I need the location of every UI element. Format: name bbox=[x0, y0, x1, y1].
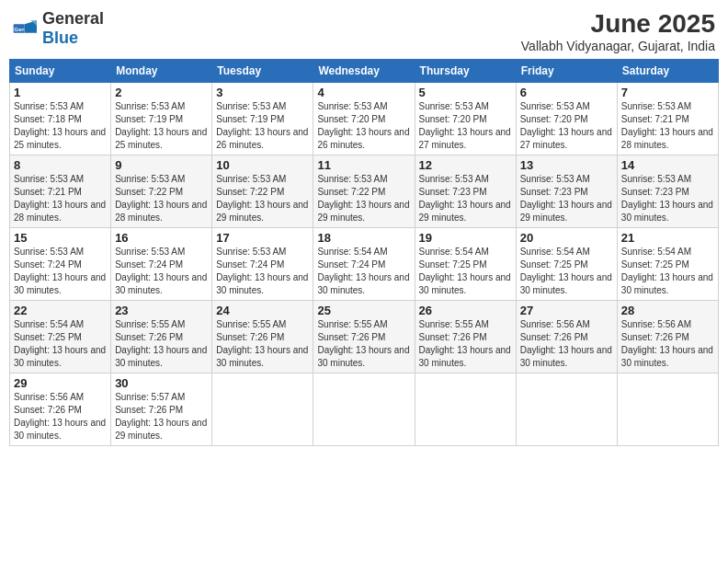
day-info: Sunrise: 5:55 AMSunset: 7:26 PMDaylight:… bbox=[115, 318, 208, 370]
day-info: Sunrise: 5:53 AMSunset: 7:19 PMDaylight:… bbox=[216, 100, 309, 152]
day-info: Sunrise: 5:53 AMSunset: 7:21 PMDaylight:… bbox=[14, 173, 107, 224]
calendar-cell: 14 Sunrise: 5:53 AMSunset: 7:23 PMDaylig… bbox=[617, 155, 718, 228]
day-number: 2 bbox=[115, 86, 208, 99]
day-info: Sunrise: 5:57 AMSunset: 7:26 PMDaylight:… bbox=[115, 391, 208, 442]
calendar-cell: 8 Sunrise: 5:53 AMSunset: 7:21 PMDayligh… bbox=[10, 155, 111, 228]
day-info: Sunrise: 5:56 AMSunset: 7:26 PMDaylight:… bbox=[621, 318, 714, 370]
header-tuesday: Tuesday bbox=[212, 60, 313, 83]
day-number: 30 bbox=[115, 376, 208, 390]
calendar-cell: 26 Sunrise: 5:55 AMSunset: 7:26 PMDaylig… bbox=[415, 301, 516, 373]
week-row-4: 22 Sunrise: 5:54 AMSunset: 7:25 PMDaylig… bbox=[10, 301, 719, 373]
day-info: Sunrise: 5:53 AMSunset: 7:22 PMDaylight:… bbox=[115, 173, 208, 224]
day-info: Sunrise: 5:53 AMSunset: 7:19 PMDaylight:… bbox=[115, 100, 208, 152]
day-number: 18 bbox=[317, 231, 410, 245]
day-info: Sunrise: 5:54 AMSunset: 7:25 PMDaylight:… bbox=[419, 246, 512, 297]
day-number: 19 bbox=[419, 231, 512, 245]
calendar-cell: 24 Sunrise: 5:55 AMSunset: 7:26 PMDaylig… bbox=[212, 301, 313, 373]
day-number: 29 bbox=[14, 376, 107, 390]
calendar-cell: 27 Sunrise: 5:56 AMSunset: 7:26 PMDaylig… bbox=[516, 301, 617, 373]
day-info: Sunrise: 5:56 AMSunset: 7:26 PMDaylight:… bbox=[520, 318, 613, 370]
calendar-cell: 12 Sunrise: 5:53 AMSunset: 7:23 PMDaylig… bbox=[415, 155, 516, 228]
day-number: 20 bbox=[520, 231, 613, 245]
calendar-cell: 5 Sunrise: 5:53 AMSunset: 7:20 PMDayligh… bbox=[415, 83, 516, 155]
day-info: Sunrise: 5:55 AMSunset: 7:26 PMDaylight:… bbox=[317, 318, 410, 370]
calendar-cell bbox=[313, 373, 415, 446]
day-number: 14 bbox=[621, 158, 714, 172]
calendar-cell: 7 Sunrise: 5:53 AMSunset: 7:21 PMDayligh… bbox=[617, 83, 718, 155]
day-number: 27 bbox=[520, 304, 613, 317]
day-info: Sunrise: 5:53 AMSunset: 7:18 PMDaylight:… bbox=[14, 100, 107, 152]
calendar-cell: 11 Sunrise: 5:53 AMSunset: 7:22 PMDaylig… bbox=[313, 155, 415, 228]
day-number: 16 bbox=[115, 231, 208, 245]
day-number: 6 bbox=[520, 86, 613, 99]
day-number: 23 bbox=[115, 304, 208, 317]
day-info: Sunrise: 5:53 AMSunset: 7:21 PMDaylight:… bbox=[621, 100, 714, 152]
day-info: Sunrise: 5:53 AMSunset: 7:22 PMDaylight:… bbox=[317, 173, 410, 224]
day-info: Sunrise: 5:54 AMSunset: 7:25 PMDaylight:… bbox=[621, 246, 714, 297]
day-number: 9 bbox=[115, 158, 208, 172]
day-number: 1 bbox=[14, 86, 107, 99]
day-info: Sunrise: 5:53 AMSunset: 7:22 PMDaylight:… bbox=[216, 173, 309, 224]
calendar-cell: 2 Sunrise: 5:53 AMSunset: 7:19 PMDayligh… bbox=[111, 83, 212, 155]
logo-blue: Blue bbox=[42, 29, 78, 47]
day-info: Sunrise: 5:53 AMSunset: 7:23 PMDaylight:… bbox=[419, 173, 512, 224]
calendar-cell: 17 Sunrise: 5:53 AMSunset: 7:24 PMDaylig… bbox=[212, 228, 313, 301]
week-row-1: 1 Sunrise: 5:53 AMSunset: 7:18 PMDayligh… bbox=[10, 83, 719, 155]
day-info: Sunrise: 5:54 AMSunset: 7:25 PMDaylight:… bbox=[14, 318, 107, 370]
calendar-cell: 1 Sunrise: 5:53 AMSunset: 7:18 PMDayligh… bbox=[10, 83, 111, 155]
day-info: Sunrise: 5:53 AMSunset: 7:23 PMDaylight:… bbox=[520, 173, 613, 224]
calendar-cell bbox=[617, 373, 718, 446]
day-number: 28 bbox=[621, 304, 714, 317]
day-number: 26 bbox=[419, 304, 512, 317]
calendar-cell: 19 Sunrise: 5:54 AMSunset: 7:25 PMDaylig… bbox=[415, 228, 516, 301]
day-number: 8 bbox=[14, 158, 107, 172]
logo-general: General bbox=[42, 9, 104, 28]
day-number: 11 bbox=[317, 158, 410, 172]
day-info: Sunrise: 5:55 AMSunset: 7:26 PMDaylight:… bbox=[216, 318, 309, 370]
calendar-cell: 13 Sunrise: 5:53 AMSunset: 7:23 PMDaylig… bbox=[516, 155, 617, 228]
calendar-cell: 25 Sunrise: 5:55 AMSunset: 7:26 PMDaylig… bbox=[313, 301, 415, 373]
header-monday: Monday bbox=[111, 60, 212, 83]
calendar-cell: 28 Sunrise: 5:56 AMSunset: 7:26 PMDaylig… bbox=[617, 301, 718, 373]
title-area: June 2025 Vallabh Vidyanagar, Gujarat, I… bbox=[521, 9, 715, 53]
svg-text:Gen: Gen bbox=[14, 27, 25, 32]
day-info: Sunrise: 5:53 AMSunset: 7:24 PMDaylight:… bbox=[115, 246, 208, 297]
logo-icon: Gen bbox=[13, 19, 39, 38]
day-number: 3 bbox=[216, 86, 309, 99]
day-info: Sunrise: 5:54 AMSunset: 7:25 PMDaylight:… bbox=[520, 246, 613, 297]
calendar: Sunday Monday Tuesday Wednesday Thursday… bbox=[9, 59, 719, 446]
day-info: Sunrise: 5:53 AMSunset: 7:20 PMDaylight:… bbox=[419, 100, 512, 152]
header-wednesday: Wednesday bbox=[313, 60, 415, 83]
header-friday: Friday bbox=[516, 60, 617, 83]
day-number: 5 bbox=[419, 86, 512, 99]
header-saturday: Saturday bbox=[617, 60, 718, 83]
calendar-cell bbox=[516, 373, 617, 446]
day-number: 15 bbox=[14, 231, 107, 245]
day-number: 22 bbox=[14, 304, 107, 317]
calendar-cell bbox=[415, 373, 516, 446]
day-info: Sunrise: 5:53 AMSunset: 7:20 PMDaylight:… bbox=[520, 100, 613, 152]
logo-text: General Blue bbox=[42, 9, 104, 48]
day-info: Sunrise: 5:53 AMSunset: 7:24 PMDaylight:… bbox=[14, 246, 107, 297]
day-info: Sunrise: 5:53 AMSunset: 7:24 PMDaylight:… bbox=[216, 246, 309, 297]
calendar-cell: 3 Sunrise: 5:53 AMSunset: 7:19 PMDayligh… bbox=[212, 83, 313, 155]
calendar-cell: 4 Sunrise: 5:53 AMSunset: 7:20 PMDayligh… bbox=[313, 83, 415, 155]
header-sunday: Sunday bbox=[10, 60, 111, 83]
calendar-cell: 18 Sunrise: 5:54 AMSunset: 7:24 PMDaylig… bbox=[313, 228, 415, 301]
calendar-cell: 23 Sunrise: 5:55 AMSunset: 7:26 PMDaylig… bbox=[111, 301, 212, 373]
day-number: 25 bbox=[317, 304, 410, 317]
week-row-5: 29 Sunrise: 5:56 AMSunset: 7:26 PMDaylig… bbox=[10, 373, 719, 446]
calendar-cell: 15 Sunrise: 5:53 AMSunset: 7:24 PMDaylig… bbox=[10, 228, 111, 301]
day-number: 21 bbox=[621, 231, 714, 245]
day-info: Sunrise: 5:53 AMSunset: 7:20 PMDaylight:… bbox=[317, 100, 410, 152]
calendar-cell: 9 Sunrise: 5:53 AMSunset: 7:22 PMDayligh… bbox=[111, 155, 212, 228]
calendar-cell: 16 Sunrise: 5:53 AMSunset: 7:24 PMDaylig… bbox=[111, 228, 212, 301]
logo: Gen General Blue bbox=[13, 9, 104, 48]
day-info: Sunrise: 5:55 AMSunset: 7:26 PMDaylight:… bbox=[419, 318, 512, 370]
day-number: 24 bbox=[216, 304, 309, 317]
day-info: Sunrise: 5:56 AMSunset: 7:26 PMDaylight:… bbox=[14, 391, 107, 442]
day-number: 13 bbox=[520, 158, 613, 172]
calendar-cell bbox=[212, 373, 313, 446]
day-number: 12 bbox=[419, 158, 512, 172]
week-row-2: 8 Sunrise: 5:53 AMSunset: 7:21 PMDayligh… bbox=[10, 155, 719, 228]
